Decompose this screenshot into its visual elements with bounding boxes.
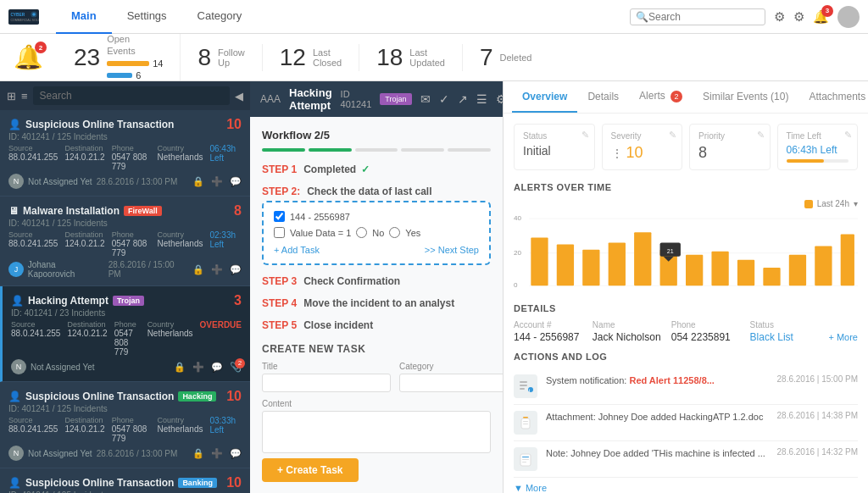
list-item[interactable]: 👤 Suspicious Online Transaction Hacking …: [0, 382, 250, 468]
comment-icon[interactable]: 💬: [230, 176, 242, 187]
status-value[interactable]: Black List: [750, 331, 829, 343]
tab-settings[interactable]: Settings: [112, 0, 182, 34]
create-task-button[interactable]: + Create Task: [262, 458, 359, 482]
incident-id: ID: 401241 / 125 Incidents: [8, 132, 242, 141]
stat-deleted-label: Deleted: [500, 53, 532, 63]
comment-icon[interactable]: 💬: [230, 264, 242, 275]
tab-details[interactable]: Details: [577, 82, 629, 113]
legend-dot: [804, 200, 813, 208]
time-progress-bar: [787, 159, 849, 163]
value-checkbox[interactable]: [274, 227, 285, 238]
incident-search-input[interactable]: [33, 86, 230, 105]
incident-count: 10: [226, 389, 242, 404]
tab-alerts[interactable]: Alerts 2: [629, 81, 693, 113]
more-details-button[interactable]: + More: [828, 320, 858, 343]
task-content-label: Content: [262, 399, 491, 408]
log-date-2: 28.6.2016 | 14:38 PM: [777, 411, 858, 420]
tab-main[interactable]: Main: [56, 0, 112, 34]
incident-details: Source88.0.241.255 Destination124.0.21.2…: [11, 320, 242, 357]
grid-icon[interactable]: ⊞: [7, 90, 16, 102]
legend-dropdown-icon[interactable]: ▾: [854, 199, 858, 208]
step-label: Move the incident to an analyst: [303, 297, 454, 309]
step-label: Close incident: [303, 319, 373, 331]
bar-blue: [107, 73, 132, 78]
incident-count: 10: [226, 117, 242, 132]
tab-overview[interactable]: Overview: [512, 82, 577, 113]
svg-rect-49: [523, 421, 528, 422]
collapse-icon[interactable]: ◀: [235, 90, 243, 102]
lock-icon[interactable]: 🔒: [192, 264, 204, 275]
gear-small-icon[interactable]: ⚙: [496, 92, 504, 106]
stat-bar-row1: 14: [107, 58, 163, 69]
svg-text:CYBER: CYBER: [10, 12, 25, 16]
alerts-badge: 2: [670, 91, 682, 102]
user-avatar-small: N: [11, 359, 26, 374]
workflow-step-2: STEP 2: Check the data of last call 144 …: [262, 186, 491, 265]
add-icon[interactable]: ➕: [211, 448, 223, 459]
search-input[interactable]: [648, 11, 750, 23]
radio-no[interactable]: [356, 227, 367, 238]
workflow-step-4: STEP 4 Move the incident to an analyst: [262, 297, 491, 309]
status-card-value: Initial: [523, 144, 586, 158]
incident-person-icon: 👤: [8, 119, 21, 130]
task-content-input[interactable]: [262, 411, 491, 453]
tab-category[interactable]: Category: [182, 0, 258, 34]
radio-yes[interactable]: [389, 227, 400, 238]
user-avatar[interactable]: [837, 6, 860, 28]
step-body-active: 144 - 2556987 Value Data = 1 No Yes + Ad…: [262, 201, 491, 265]
svg-rect-23: [763, 268, 780, 285]
add-icon[interactable]: ➕: [211, 264, 223, 275]
actions-log-title: ACTIONS AND LOG: [514, 352, 858, 362]
comment-icon[interactable]: 💬: [211, 362, 223, 373]
tab-attachments[interactable]: Attachments (4): [798, 82, 868, 113]
task-category-input[interactable]: [399, 374, 503, 392]
lock-icon[interactable]: 🔒: [192, 448, 204, 459]
envelope-icon[interactable]: ✉: [420, 92, 431, 106]
list-icon[interactable]: ☰: [476, 92, 487, 106]
next-step-button[interactable]: >> Next Step: [425, 245, 479, 255]
svg-text:21: 21: [667, 248, 674, 255]
user-avatar-small: N: [8, 446, 24, 461]
step-number: STEP 1: [262, 163, 297, 175]
actions-log-section: ACTIONS AND LOG i System notification: R…: [514, 352, 858, 493]
add-task-button[interactable]: + Add Task: [274, 245, 320, 255]
status-label: Status: [750, 320, 829, 330]
assigned-name: Not Assigned Yet: [28, 177, 92, 186]
incident-date: 28.6.2016 / 13:00 PM: [97, 177, 178, 186]
list-item[interactable]: 🖥 Malware Installation FireWall 8 ID: 40…: [0, 197, 250, 286]
svg-rect-43: [520, 388, 525, 390]
stat-open-number: 23: [74, 44, 100, 71]
gear-icon[interactable]: ⚙: [793, 9, 804, 25]
svg-rect-20: [686, 255, 703, 286]
edit-icon[interactable]: ✎: [757, 130, 765, 141]
check-icon[interactable]: ✓: [439, 92, 449, 106]
filter-icon[interactable]: ⚙: [774, 9, 785, 25]
share-icon[interactable]: ↗: [458, 92, 468, 106]
svg-rect-53: [522, 457, 529, 457]
task-content-group: Content: [262, 399, 491, 453]
add-icon[interactable]: ➕: [211, 176, 223, 187]
search-box[interactable]: 🔍: [630, 8, 765, 25]
list-item[interactable]: 👤 Suspicious Online Transaction Banking …: [0, 468, 250, 493]
status-card-time: Time Left 06:43h Left ✎: [777, 124, 859, 170]
edit-icon[interactable]: ✎: [669, 130, 676, 141]
step-number: STEP 4: [262, 297, 297, 309]
add-icon[interactable]: ➕: [192, 362, 204, 373]
tab-similar[interactable]: Similar Events (10): [693, 82, 798, 113]
comment-icon[interactable]: 💬: [230, 448, 242, 459]
task-category-label: Category: [399, 362, 503, 371]
filter-list-icon[interactable]: ≡: [21, 90, 28, 102]
status-card-priority: Priority 8 ✎: [689, 124, 771, 170]
task-title-input[interactable]: [262, 374, 391, 392]
step-checkbox[interactable]: [274, 211, 285, 222]
list-item[interactable]: 👤 Hacking Attempt Trojan 3 ID: 401241 / …: [0, 286, 250, 382]
status-card-label: Status: [523, 131, 586, 141]
badge-icon: 2📎: [230, 362, 242, 373]
notification-icon[interactable]: 🔔 3: [813, 9, 829, 25]
edit-icon[interactable]: ✎: [581, 130, 589, 141]
lock-icon[interactable]: 🔒: [174, 362, 186, 373]
more-log-button[interactable]: ▼ More: [514, 483, 547, 493]
edit-icon[interactable]: ✎: [844, 130, 852, 141]
list-item[interactable]: 👤 Suspicious Online Transaction 10 ID: 4…: [0, 110, 250, 197]
lock-icon[interactable]: 🔒: [192, 176, 204, 187]
